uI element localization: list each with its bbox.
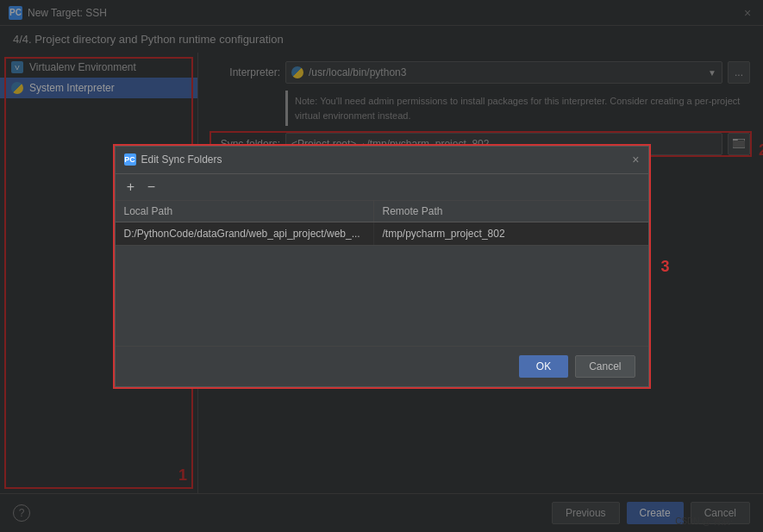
modal-toolbar: + −	[116, 174, 648, 201]
table-row[interactable]: D:/PythonCode/dataGrand/web_api_project/…	[116, 222, 648, 246]
local-path-cell: D:/PythonCode/dataGrand/web_api_project/…	[116, 222, 374, 245]
annotation-3: 3	[660, 257, 669, 275]
modal-table: Local Path Remote Path D:/PythonCode/dat…	[116, 201, 648, 346]
modal-footer: OK Cancel	[116, 346, 648, 386]
remove-folder-button[interactable]: −	[143, 178, 160, 196]
main-window: PC New Target: SSH × 4/4. Project direct…	[0, 0, 763, 532]
modal-close-button[interactable]: ×	[632, 153, 639, 166]
local-path-header: Local Path	[116, 201, 374, 222]
remote-path-header: Remote Path	[374, 201, 648, 222]
edit-sync-folders-dialog: PC Edit Sync Folders × + − Local Path Re…	[115, 146, 649, 387]
modal-overlay: PC Edit Sync Folders × + − Local Path Re…	[0, 0, 763, 532]
modal-title: Edit Sync Folders	[141, 153, 633, 166]
remote-path-cell: /tmp/pycharm_project_802	[374, 222, 648, 245]
modal-cancel-button[interactable]: Cancel	[575, 355, 635, 378]
modal-title-bar: PC Edit Sync Folders ×	[116, 147, 648, 174]
modal-pycharm-icon: PC	[124, 153, 136, 166]
add-folder-button[interactable]: +	[122, 178, 140, 196]
modal-ok-button[interactable]: OK	[519, 355, 568, 378]
modal-table-header: Local Path Remote Path	[116, 201, 648, 222]
